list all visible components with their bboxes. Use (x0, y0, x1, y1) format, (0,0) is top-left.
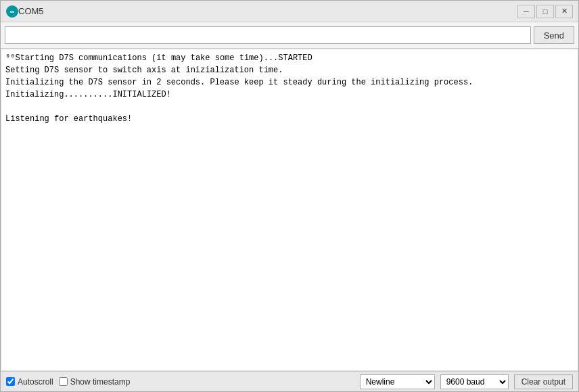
autoscroll-checkbox[interactable] (6, 377, 15, 386)
window-title: COM5 (18, 6, 517, 16)
show-timestamp-label[interactable]: Show timestamp (70, 377, 131, 387)
output-text: ⁰⁰Starting D7S communications (it may ta… (5, 52, 574, 125)
title-bar: ∞ COM5 ─ □ ✕ (1, 1, 578, 22)
input-bar: Send (1, 22, 578, 49)
autoscroll-label[interactable]: Autoscroll (18, 377, 53, 387)
status-bar: Autoscroll Show timestamp NewlineNo line… (1, 371, 578, 391)
minimize-button[interactable]: ─ (517, 5, 535, 18)
maximize-button[interactable]: □ (536, 5, 554, 18)
serial-monitor-window: ∞ COM5 ─ □ ✕ Send ⁰⁰Starting D7S communi… (0, 0, 579, 392)
autoscroll-group: Autoscroll (6, 377, 53, 387)
newline-dropdown[interactable]: NewlineNo line endingNewlineCarriage ret… (360, 374, 435, 389)
send-button[interactable]: Send (534, 26, 574, 44)
app-icon: ∞ (6, 5, 18, 18)
window-controls: ─ □ ✕ (517, 5, 573, 18)
serial-input[interactable] (5, 26, 531, 44)
show-timestamp-checkbox[interactable] (59, 377, 68, 386)
show-timestamp-group: Show timestamp (59, 377, 131, 387)
clear-output-button[interactable]: Clear output (514, 374, 573, 389)
close-button[interactable]: ✕ (555, 5, 573, 18)
output-area: ⁰⁰Starting D7S communications (it may ta… (1, 49, 578, 371)
baud-rate-dropdown[interactable]: 300 baud1200 baud2400 baud4800 baud9600 … (440, 374, 509, 389)
